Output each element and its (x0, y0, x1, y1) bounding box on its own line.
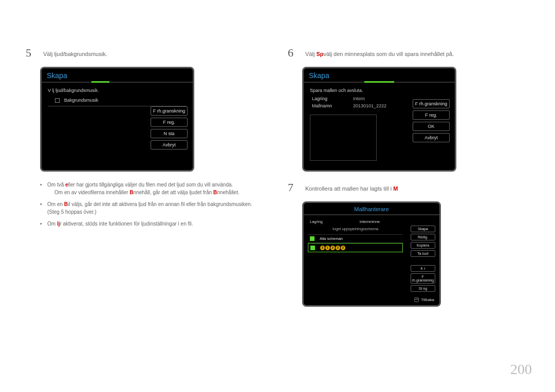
field-label: Lagring (312, 96, 343, 101)
close-button[interactable]: St ng (411, 285, 435, 292)
cancel-button[interactable]: Avbryt (151, 140, 188, 150)
step-text-6: Välj Spvälj den minnesplats som du vill … (305, 46, 454, 60)
template-manager-panel: Mallhanterare Lagring Internminne Inget … (302, 201, 441, 307)
create-panel-step6: Skapa Spara mallen och avsluta. Lagring … (302, 67, 456, 172)
copy-button[interactable]: Kopiera (411, 242, 435, 249)
storage-header: Lagring Internminne (308, 218, 403, 225)
field-label: Mallnamn (312, 103, 343, 108)
run-button[interactable]: K r (411, 265, 435, 272)
panel-title-text: Skapa (309, 71, 329, 80)
checkbox-icon[interactable] (55, 98, 60, 103)
panel-instruction: Spara mallen och avsluta. (310, 88, 449, 93)
prev-button[interactable]: F reg. (151, 118, 188, 127)
item-label: Alla scheman (320, 236, 343, 241)
field-value: Intern (353, 96, 365, 101)
delete-button[interactable]: Ta bort (411, 250, 435, 257)
edit-button[interactable]: Redig. (411, 234, 435, 240)
next-button[interactable]: N sta (151, 129, 188, 138)
template-digits: 21222 (320, 245, 346, 250)
panel-title-text: Skapa (47, 71, 67, 80)
ok-button[interactable]: OK (413, 122, 450, 131)
panel-title: Mallhanterare (304, 203, 439, 215)
step-number-7: 7 (288, 181, 298, 194)
note-item: Om ljr aktiverat, stöds inte funktionen … (40, 220, 261, 228)
return-icon (414, 297, 419, 302)
notes-list: Om två eller har gjorts tillgängliga väl… (40, 181, 261, 228)
schedule-status: Inget uppspelningsschema (308, 225, 403, 235)
field-value: 20130101_2222 (353, 103, 386, 108)
create-button[interactable]: Skapa (411, 226, 435, 232)
panel-title: Skapa (42, 68, 193, 83)
preview-button[interactable]: F rh.granskning (413, 99, 450, 108)
panel-title: Skapa (304, 68, 455, 83)
preview-button[interactable]: F rh.granskning (151, 106, 188, 116)
step-text-7: Kontrollera att mallen har lagts till i … (305, 181, 398, 194)
back-footer[interactable]: Tillbaka (414, 297, 434, 302)
bgm-label: Bakgrundsmusik (64, 98, 99, 103)
header-label: Lagring (310, 219, 339, 224)
panel-instruction: V lj ljud/bakgrundsmusik. (48, 88, 187, 93)
note-item: Om en Bil väljs, går det inte att aktive… (40, 200, 261, 216)
bgm-checkbox-row[interactable]: Bakgrundsmusik (48, 97, 187, 103)
back-label: Tillbaka (421, 297, 434, 302)
create-panel-step5: Skapa V lj ljud/bakgrundsmusik. Bakgrund… (40, 67, 194, 172)
checkbox-icon[interactable] (310, 236, 314, 241)
header-value: Internminne (339, 219, 401, 224)
step-text-5: Välj ljud/bakgrundsmusik. (43, 46, 107, 60)
checkbox-icon[interactable] (310, 246, 315, 250)
step-number-5: 5 (26, 46, 36, 60)
cancel-button[interactable]: Avbryt (413, 133, 450, 142)
all-schedules-item[interactable]: Alla scheman (308, 235, 403, 243)
step-number-6: 6 (288, 46, 298, 60)
template-item-selected[interactable]: 21222 (308, 243, 403, 252)
preview-button[interactable]: F rh.granskning (411, 273, 435, 284)
prev-button[interactable]: F reg. (413, 110, 450, 120)
panel-title-text: Mallhanterare (354, 206, 388, 212)
content-preview-frame (310, 115, 377, 161)
page-number: 200 (510, 361, 532, 378)
note-item: Om två eller har gjorts tillgängliga väl… (40, 181, 261, 196)
